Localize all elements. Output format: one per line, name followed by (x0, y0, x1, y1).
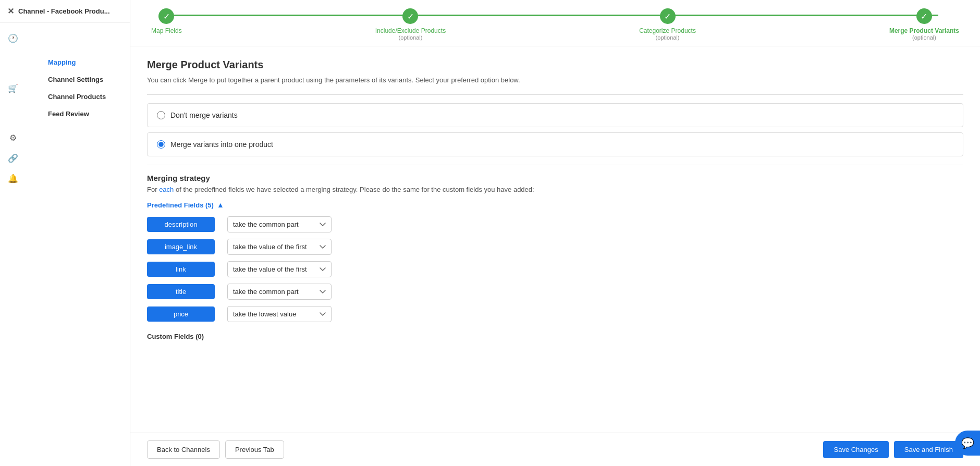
field-badge-description: description (147, 217, 215, 232)
field-badge-image-link: image_link (147, 239, 215, 254)
sidebar-header: ✕ Channel - Facebook Produ... (0, 0, 130, 23)
step-label-4: Merge Product Variants (889, 27, 959, 34)
field-select-title[interactable]: take the common part take the value of t… (227, 284, 332, 300)
step-categorize: ✓ Categorize Products (optional) (639, 8, 696, 41)
field-row-title: title take the common part take the valu… (147, 284, 963, 300)
step-sub-2: (optional) (399, 34, 423, 41)
back-to-channels-button[interactable]: Back to Channels (147, 440, 220, 459)
predefined-fields-label: Predefined Fields (5) (147, 201, 214, 209)
sidebar-item-mapping[interactable]: Mapping (24, 54, 113, 71)
sidebar-item-channel-settings[interactable]: Channel Settings (24, 71, 113, 88)
save-changes-button[interactable]: Save Changes (823, 441, 888, 458)
field-select-link[interactable]: take the common part take the value of t… (227, 261, 332, 277)
custom-fields-header: Custom Fields (0) (147, 333, 963, 340)
divider-1 (147, 94, 963, 95)
field-badge-link: link (147, 262, 215, 277)
step-circle-4: ✓ (916, 8, 932, 24)
field-badge-title: title (147, 284, 215, 299)
option-merge[interactable]: Merge variants into one product (147, 132, 963, 156)
bell-icon: 🔔 (7, 174, 19, 183)
step-circle-3: ✓ (660, 8, 676, 24)
sidebar-icon-clock[interactable]: 🕐 (0, 28, 130, 48)
step-label-3: Categorize Products (639, 27, 696, 34)
field-select-price[interactable]: take the common part take the value of t… (227, 306, 332, 322)
content-area: Merge Product Variants You can click Mer… (130, 46, 980, 433)
chevron-up-icon[interactable]: ▲ (217, 201, 224, 209)
option-no-merge[interactable]: Don't merge variants (147, 103, 963, 127)
step-include-exclude: ✓ Include/Exclude Products (optional) (375, 8, 446, 41)
section-desc-merging: For each of the predefined fields we hav… (147, 186, 963, 193)
step-sub-4: (optional) (912, 34, 936, 41)
save-and-finish-button[interactable]: Save and Finish (894, 441, 963, 458)
field-row-price: price take the common part take the valu… (147, 306, 963, 322)
sidebar-nav: Mapping Channel Settings Channel Product… (24, 54, 113, 122)
previous-tab-button[interactable]: Previous Tab (225, 440, 284, 459)
radio-no-merge[interactable] (157, 111, 165, 119)
page-description: You can click Merge to put together a pa… (147, 76, 963, 84)
step-circle-1: ✓ (158, 8, 174, 24)
section-title-merging: Merging strategy (147, 174, 963, 182)
footer-right: Save Changes Save and Finish (818, 441, 963, 458)
webhook-icon: 🔗 (7, 153, 19, 163)
sidebar-icon-bell[interactable]: 🔔 (0, 168, 130, 189)
sidebar-item-feed-review[interactable]: Feed Review (24, 105, 113, 122)
settings-icon: ⚙ (7, 133, 19, 143)
field-select-image-link[interactable]: take the common part take the value of t… (227, 239, 332, 255)
clock-icon: 🕐 (7, 33, 19, 43)
field-select-description[interactable]: take the common part take the value of t… (227, 216, 332, 232)
chat-bubble[interactable]: 💬 (955, 431, 980, 456)
sidebar-icon-webhook[interactable]: 🔗 (0, 148, 130, 168)
step-label-2: Include/Exclude Products (375, 27, 446, 34)
main-content: ✓ Map Fields ✓ Include/Exclude Products … (130, 0, 980, 466)
sidebar-icon-settings[interactable]: ⚙ (0, 128, 130, 148)
label-no-merge: Don't merge variants (170, 111, 238, 119)
close-icon[interactable]: ✕ (7, 6, 14, 16)
step-merge-variants: ✓ Merge Product Variants (optional) (889, 8, 959, 41)
sidebar-icon-list: 🕐 🛒 Mapping Channel Settings Channel Pro… (0, 23, 130, 194)
channel-name: Channel - Facebook Produ... (18, 7, 110, 15)
radio-merge[interactable] (157, 140, 165, 149)
page-title: Merge Product Variants (147, 59, 963, 71)
step-circle-2: ✓ (402, 8, 418, 24)
field-row-link: link take the common part take the value… (147, 261, 963, 277)
field-row-image-link: image_link take the common part take the… (147, 239, 963, 255)
chat-icon: 💬 (961, 437, 974, 449)
sidebar-item-channel-products[interactable]: Channel Products (24, 88, 113, 105)
sidebar: ✕ Channel - Facebook Produ... 🕐 🛒 Mappin… (0, 0, 130, 466)
footer: Back to Channels Previous Tab Save Chang… (130, 433, 980, 466)
predefined-fields-header: Predefined Fields (5) ▲ (147, 201, 963, 209)
field-badge-price: price (147, 306, 215, 322)
footer-left: Back to Channels Previous Tab (147, 440, 284, 459)
desc-highlight: each (159, 186, 174, 193)
sidebar-icon-mapping[interactable]: 🛒 Mapping Channel Settings Channel Produ… (0, 48, 130, 128)
step-map-fields: ✓ Map Fields (151, 8, 182, 34)
progress-line (172, 15, 938, 16)
field-row-description: description take the common part take th… (147, 216, 963, 232)
step-sub-3: (optional) (656, 34, 680, 41)
divider-2 (147, 165, 963, 165)
step-label-1: Map Fields (151, 27, 182, 34)
mapping-icon: 🛒 (7, 83, 19, 93)
progress-bar: ✓ Map Fields ✓ Include/Exclude Products … (130, 0, 980, 46)
label-merge: Merge variants into one product (170, 140, 273, 149)
